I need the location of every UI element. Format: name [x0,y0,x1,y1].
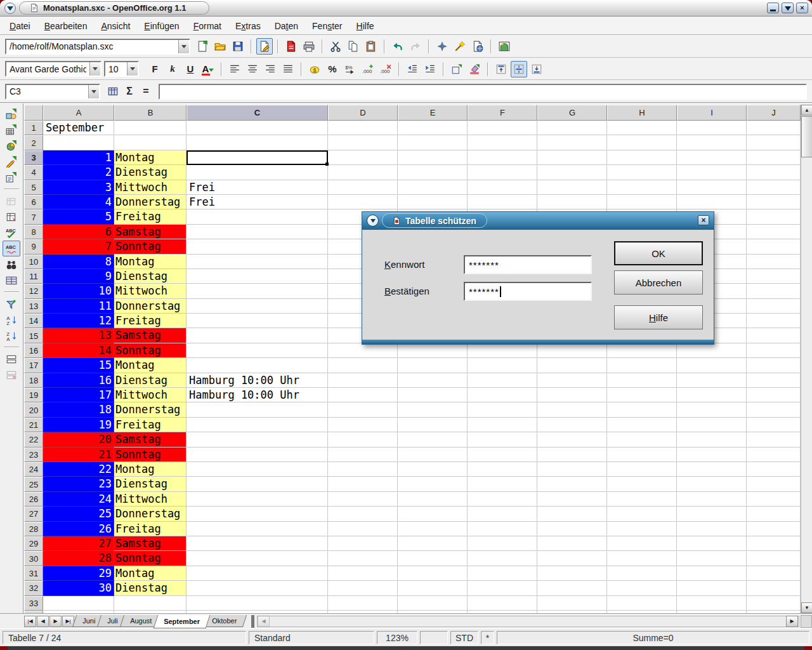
scroll-right-button[interactable]: ▶ [786,616,798,627]
grid-cell[interactable]: Dienstag [114,269,187,284]
grid-cell[interactable]: Samstag [114,432,187,447]
grid-cell[interactable] [328,165,398,180]
grid-cell[interactable] [398,388,468,402]
grid-cell[interactable]: 14 [43,343,114,358]
grid-cell[interactable]: 5 [43,209,114,224]
grid-cell[interactable] [607,165,677,180]
grid-cell[interactable]: Sonntag [114,343,187,358]
grid-cell[interactable] [398,596,468,611]
row-header[interactable]: 10 [24,255,43,269]
decrease-indent-button[interactable] [404,61,421,77]
grid-cell[interactable] [677,402,747,417]
grid-cell[interactable] [187,314,328,328]
close-button[interactable]: × [796,3,808,13]
italic-button[interactable]: k [164,61,181,77]
grid-cell[interactable] [468,121,537,135]
grid-cell[interactable] [607,492,677,507]
grid-cell[interactable] [607,121,677,135]
menu-fenster[interactable]: Fenster [305,19,349,33]
window-menu-button[interactable] [4,3,16,14]
grid-cell[interactable] [747,255,801,269]
grid-cell[interactable]: 6 [43,225,114,239]
grid-cell[interactable]: Mittwoch [114,492,187,507]
grid-cell[interactable] [537,150,607,165]
row-header[interactable]: 11 [24,269,43,284]
grid-cell[interactable] [537,536,607,551]
grid-cell[interactable] [607,551,677,566]
open-document-button[interactable] [212,38,228,55]
grid-cell[interactable]: Dienstag [114,165,187,180]
grid-cell[interactable] [537,448,607,462]
grid-cell[interactable] [114,135,187,150]
grid-cell[interactable] [468,522,537,536]
grid-cell[interactable] [677,522,747,536]
grid-cell[interactable] [328,551,398,566]
font-color-button[interactable]: A [200,61,216,77]
grid-cell[interactable] [187,343,328,358]
grid-cell[interactable] [43,135,114,150]
print-button[interactable] [301,38,317,55]
auto-spellcheck-button[interactable]: ABC [3,241,20,256]
cell-reference-dropdown-button[interactable] [88,85,99,98]
grid-cell[interactable]: 25 [43,507,114,521]
grid-cell[interactable] [398,536,468,551]
menu-hilfe[interactable]: Hilfe [350,19,381,33]
insert-chart-button[interactable] [3,138,20,154]
minimize-button[interactable] [767,3,779,13]
grid-cell[interactable] [468,596,537,611]
grid-cell[interactable] [468,180,537,195]
grid-cell[interactable]: Freitag [114,314,187,328]
column-header-I[interactable]: I [677,105,747,121]
grid-cell[interactable]: 16 [43,373,114,388]
row-header[interactable]: 6 [24,195,43,209]
grid-cell[interactable] [537,492,607,507]
grid-cell[interactable] [468,477,537,491]
grid-cell[interactable] [328,418,398,432]
grid-cell[interactable] [607,358,677,373]
grid-cell[interactable] [747,492,801,507]
row-header[interactable]: 22 [24,432,43,447]
grid-cell[interactable] [398,448,468,462]
grid-cell[interactable] [537,507,607,521]
function-wizard-button[interactable] [105,84,121,99]
grid-cell[interactable] [328,507,398,521]
align-center-vertical-button[interactable] [511,61,527,77]
grid-cell[interactable]: 3 [43,180,114,195]
row-header[interactable]: 33 [24,596,43,611]
grid-cell[interactable] [537,522,607,536]
grid-cell[interactable] [747,299,801,314]
grid-cell[interactable]: 22 [43,462,114,477]
grid-cell[interactable] [187,507,328,521]
grid-cell[interactable] [398,195,468,209]
grid-cell[interactable]: Montag [114,255,187,269]
column-header-E[interactable]: E [398,105,468,121]
maximize-button[interactable] [782,3,794,13]
grid-cell[interactable] [398,150,468,165]
url-dropdown-button[interactable] [178,40,189,53]
grid-cell[interactable] [677,581,747,595]
grid-cell[interactable] [677,492,747,507]
row-header[interactable]: 2 [24,135,43,150]
grid-cell[interactable]: Dienstag [114,373,187,388]
grid-cell[interactable]: Sonntag [114,239,187,254]
row-header[interactable]: 27 [24,507,43,521]
grid-cell[interactable] [398,477,468,491]
row-header[interactable]: 13 [24,299,43,314]
grid-cell[interactable] [677,358,747,373]
vertical-scrollbar[interactable]: ▲ ▼ [801,105,812,613]
menu-daten[interactable]: Daten [268,19,305,33]
grid-cell[interactable]: Freitag [114,418,187,432]
formula-input-line[interactable] [159,84,807,100]
grid-cell[interactable] [328,121,398,135]
autofilter-button[interactable] [3,296,20,312]
grid-cell[interactable] [328,462,398,477]
grid-cell[interactable] [468,343,537,358]
next-sheet-button[interactable]: ▶ [49,616,62,627]
row-header[interactable]: 20 [24,402,43,417]
grid-cell[interactable] [607,581,677,595]
sort-ascending-button[interactable]: AZ [3,312,20,328]
save-document-button[interactable] [230,38,246,55]
grid-cell[interactable] [328,180,398,195]
grid-cell[interactable]: Donnerstag [114,195,187,209]
grid-cell[interactable] [187,432,328,447]
